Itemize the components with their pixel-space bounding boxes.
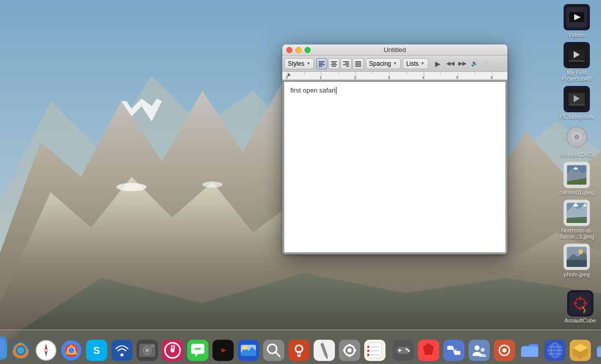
- desktop-icon-cal9tm01[interactable]: cal9tm01.jpeg: [556, 162, 597, 196]
- dock-item-safari[interactable]: [34, 339, 58, 363]
- svg-point-123: [195, 348, 197, 350]
- align-right-button[interactable]: [340, 58, 352, 69]
- window-title: Untitled: [383, 46, 406, 54]
- svg-text:1: 1: [320, 76, 322, 79]
- svg-text:5: 5: [456, 76, 458, 79]
- ruler: 0 1 2 3 4 5 6: [282, 72, 507, 80]
- dock-item-migration[interactable]: [442, 339, 465, 363]
- dock-item-chrome[interactable]: [60, 339, 83, 363]
- svg-point-176: [481, 348, 485, 352]
- dock-item-prefs2[interactable]: [493, 339, 516, 363]
- dock-item-network[interactable]: [543, 339, 567, 363]
- svg-point-97: [17, 347, 24, 354]
- svg-point-9: [202, 181, 223, 188]
- svg-point-125: [199, 348, 201, 350]
- styles-label: Styles: [288, 60, 305, 67]
- svg-rect-117: [151, 345, 154, 347]
- svg-point-124: [197, 348, 199, 350]
- lists-dropdown[interactable]: Lists ▼: [403, 58, 428, 69]
- media-rewind-button[interactable]: ◀◀: [445, 58, 456, 69]
- svg-rect-156: [367, 354, 369, 356]
- window-toolbar: Styles ▼: [282, 56, 507, 72]
- svg-point-163: [406, 348, 408, 350]
- dock-item-dvdplayer[interactable]: [211, 339, 235, 363]
- desktop-icon-pe-funny[interactable]: PE funny.mov: [556, 86, 597, 120]
- desktop-icon-dvd[interactable]: Untitled DVD: [556, 124, 597, 158]
- media-forward-button[interactable]: ▶▶: [457, 58, 468, 69]
- desktop-icon-pe-funny-label: PE funny.mov: [560, 114, 594, 120]
- svg-point-147: [348, 348, 352, 352]
- dock-item-airport[interactable]: [110, 339, 134, 363]
- desktop-icon-videos-label: Videos: [568, 32, 585, 38]
- dock-item-skype[interactable]: S: [85, 339, 108, 363]
- window-maximize-button[interactable]: [305, 47, 311, 53]
- alignment-group: [316, 58, 364, 69]
- styles-dropdown[interactable]: Styles ▼: [284, 58, 314, 69]
- desktop-icons-container: Videos My First Project.m4V PE funny.mov: [556, 0, 597, 278]
- dock-item-sysprefs[interactable]: [338, 339, 361, 363]
- window-minimize-button[interactable]: [295, 47, 302, 53]
- desktop-icon-videos[interactable]: Videos: [556, 4, 597, 38]
- dock-item-pictures[interactable]: [237, 339, 260, 363]
- lists-label: Lists: [406, 60, 419, 67]
- dock-item-folder[interactable]: [518, 339, 541, 363]
- svg-point-8: [116, 183, 147, 191]
- svg-rect-150: [343, 349, 346, 351]
- dock-item-finder[interactable]: [0, 336, 7, 363]
- align-justify-button[interactable]: [353, 58, 364, 69]
- dock-item-pencil[interactable]: [313, 339, 336, 363]
- assaultcube-icon: [567, 290, 593, 316]
- dock-item-ruby[interactable]: [417, 339, 440, 363]
- desktop-icon-photo[interactable]: photo.jpeg: [556, 244, 597, 278]
- align-left-button[interactable]: [316, 58, 327, 69]
- dock-item-downloads[interactable]: [594, 339, 601, 363]
- svg-text:6: 6: [491, 76, 493, 79]
- toolbar-more-button[interactable]: ⋮: [481, 58, 492, 69]
- spacing-dropdown[interactable]: Spacing ▼: [366, 58, 401, 69]
- svg-point-111: [120, 353, 123, 356]
- document-page[interactable]: first open safari: [284, 82, 505, 252]
- document-text: first open safari: [290, 86, 335, 94]
- document-area[interactable]: first open safari: [282, 80, 507, 254]
- dock-item-packages[interactable]: [569, 339, 592, 363]
- media-audio-button[interactable]: 🔊: [469, 58, 480, 69]
- dock-item-game[interactable]: [392, 339, 415, 363]
- dock-item-itunes[interactable]: [161, 339, 184, 363]
- text-cursor: [336, 87, 336, 94]
- dock-item-iphoto[interactable]: [136, 339, 159, 363]
- svg-point-175: [475, 345, 480, 350]
- svg-point-164: [408, 350, 410, 352]
- svg-text:4: 4: [422, 76, 424, 79]
- svg-point-179: [502, 348, 506, 352]
- svg-point-120: [170, 348, 175, 352]
- dock-item-accounts[interactable]: [467, 339, 491, 363]
- assaultcube-icon-container[interactable]: AssaultCube: [565, 290, 596, 324]
- window-close-button[interactable]: [286, 47, 292, 53]
- dock-item-keychain[interactable]: [287, 339, 311, 363]
- spacing-arrow-icon: ▼: [393, 61, 397, 66]
- svg-rect-40: [567, 260, 587, 267]
- svg-rect-44: [569, 292, 591, 314]
- svg-rect-21: [569, 104, 585, 106]
- desktop-icon-northstar[interactable]: Northstar-at-Tahoe...1.jpeg: [556, 200, 597, 240]
- styles-arrow-icon: ▼: [307, 61, 311, 66]
- desktop-icon-project[interactable]: My First Project.m4V: [556, 42, 597, 82]
- dock-item-addressbook[interactable]: [363, 339, 387, 363]
- dock-item-messages[interactable]: [186, 339, 209, 363]
- align-center-button[interactable]: [328, 58, 339, 69]
- dock-item-firefox[interactable]: [9, 339, 32, 363]
- svg-text:3: 3: [388, 76, 390, 79]
- svg-rect-135: [263, 340, 284, 361]
- svg-rect-17: [569, 60, 585, 62]
- desktop-icon-dvd-label: Untitled DVD: [561, 152, 593, 158]
- desktop-icon-cal9tm01-label: cal9tm01.jpeg: [560, 190, 594, 196]
- svg-rect-138: [288, 340, 310, 361]
- svg-point-134: [243, 346, 247, 350]
- svg-rect-67: [282, 72, 507, 80]
- svg-rect-174: [468, 340, 490, 361]
- dock-item-spotlight[interactable]: [262, 339, 285, 363]
- svg-point-107: [68, 347, 74, 353]
- media-play-button[interactable]: ▶: [433, 58, 444, 69]
- svg-text:S: S: [93, 345, 100, 356]
- desktop-icon-photo-label: photo.jpeg: [564, 271, 589, 278]
